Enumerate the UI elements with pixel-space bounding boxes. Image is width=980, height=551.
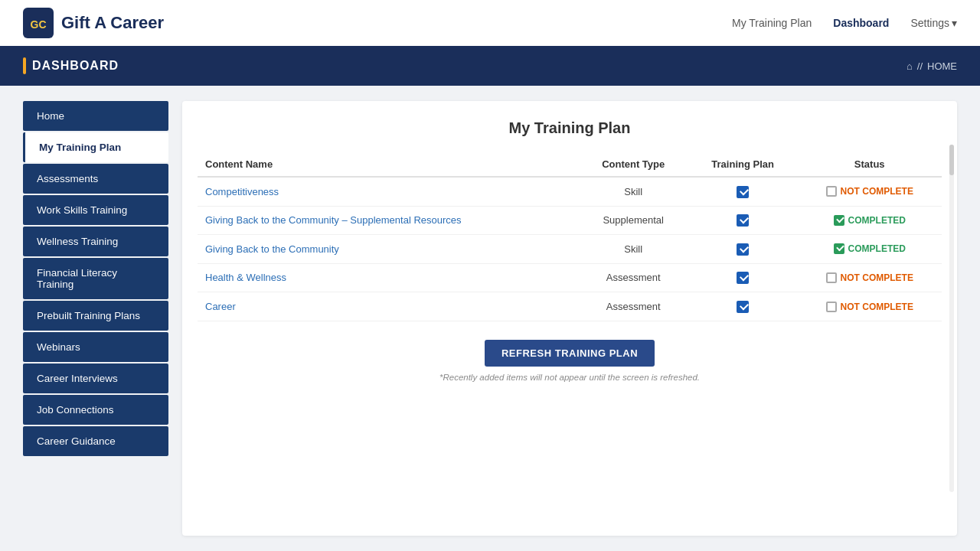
col-content-type: Content Type [579,152,688,177]
main-content: Home My Training Plan Assessments Work S… [0,86,980,551]
sidebar: Home My Training Plan Assessments Work S… [23,101,168,536]
sidebar-item-work-skills-training[interactable]: Work Skills Training [23,195,168,225]
cell-content-type: Skill [579,177,688,206]
col-status: Status [797,152,942,177]
status-label: COMPLETED [848,215,906,226]
breadcrumb-bar: DASHBOARD ⌂ // HOME [0,46,980,86]
cell-training-plan[interactable] [688,235,798,264]
content-name-link[interactable]: Giving Back to the Community [205,243,339,255]
sidebar-item-financial-literacy-training[interactable]: Financial Literacy Training [23,258,168,299]
table-row: Health & WellnessAssessmentNOT COMPLETE [198,263,942,292]
cell-content-type: Skill [579,235,688,264]
refresh-note: *Recently added items will not appear un… [198,373,942,382]
nav-settings[interactable]: Settings ▾ [910,17,957,29]
logo-icon: GC [23,8,54,38]
panel-title: My Training Plan [198,119,942,137]
cell-content-name: Competitiveness [198,177,579,206]
breadcrumb-title: DASHBOARD [23,57,119,74]
sidebar-item-webinars[interactable]: Webinars [23,332,168,362]
scroll-indicator[interactable] [949,145,954,492]
breadcrumb-accent-bar [23,57,26,74]
cell-training-plan[interactable] [688,263,798,292]
home-icon: ⌂ [906,60,913,72]
status-label: NOT COMPLETE [841,186,913,197]
cell-content-name: Health & Wellness [198,263,579,292]
sidebar-item-assessments[interactable]: Assessments [23,164,168,194]
content-name-link[interactable]: Giving Back to the Community – Supplemen… [205,214,462,226]
content-name-link[interactable]: Health & Wellness [205,272,286,283]
sidebar-item-career-interviews[interactable]: Career Interviews [23,364,168,393]
status-completed-icon [834,243,844,254]
sidebar-item-my-training-plan[interactable]: My Training Plan [23,132,168,162]
table-row: Giving Back to the CommunitySkillCOMPLET… [198,235,942,264]
status-not-complete: NOT COMPLETE [805,272,934,283]
status-label: NOT COMPLETE [841,272,913,283]
logo-text: Gift A Career [61,13,164,33]
checkbox-checked-icon[interactable] [737,214,749,227]
cell-content-type: Assessment [579,263,688,292]
status-not-complete: NOT COMPLETE [805,186,934,197]
status-completed: COMPLETED [805,243,934,254]
nav-dashboard[interactable]: Dashboard [833,17,889,29]
col-training-plan: Training Plan [688,152,798,177]
status-label: NOT COMPLETE [841,302,913,312]
nav-links: My Training Plan Dashboard Settings ▾ [732,17,957,29]
cell-content-name: Career [198,292,579,321]
table-row: CareerAssessmentNOT COMPLETE [198,292,942,321]
status-empty-icon [826,272,837,283]
cell-status: NOT COMPLETE [797,263,942,292]
checkbox-checked-icon[interactable] [737,301,749,313]
nav-my-training-plan[interactable]: My Training Plan [732,17,812,29]
content-name-link[interactable]: Career [205,301,236,312]
scroll-thumb [949,145,954,175]
cell-content-type: Assessment [579,292,688,321]
status-label: COMPLETED [848,243,906,254]
status-completed-icon [834,215,844,226]
checkbox-checked-icon[interactable] [737,243,749,256]
cell-status: COMPLETED [797,235,942,264]
breadcrumb-right: ⌂ // HOME [906,60,957,72]
sidebar-item-job-connections[interactable]: Job Connections [23,395,168,425]
sidebar-item-home[interactable]: Home [23,101,168,131]
cell-content-name: Giving Back to the Community [198,235,579,264]
training-table: Content Name Content Type Training Plan … [198,152,942,321]
checkbox-checked-icon[interactable] [737,272,749,284]
cell-content-type: Supplemental [579,206,688,235]
status-empty-icon [826,302,837,312]
refresh-training-plan-button[interactable]: REFRESH TRAINING PLAN [485,340,655,367]
sidebar-item-career-guidance[interactable]: Career Guidance [23,426,168,456]
cell-content-name: Giving Back to the Community – Supplemen… [198,206,579,235]
col-content-name: Content Name [198,152,579,177]
cell-status: COMPLETED [797,206,942,235]
content-panel: My Training Plan Content Name Content Ty… [182,101,957,536]
table-row: CompetitivenessSkillNOT COMPLETE [198,177,942,206]
cell-training-plan[interactable] [688,177,798,206]
chevron-down-icon: ▾ [952,17,957,29]
table-row: Giving Back to the Community – Supplemen… [198,206,942,235]
cell-status: NOT COMPLETE [797,177,942,206]
cell-status: NOT COMPLETE [797,292,942,321]
checkbox-checked-icon[interactable] [737,186,749,198]
svg-text:GC: GC [31,18,47,31]
cell-training-plan[interactable] [688,292,798,321]
status-empty-icon [826,186,837,197]
header: GC Gift A Career My Training Plan Dashbo… [0,0,980,46]
content-name-link[interactable]: Competitiveness [205,186,279,197]
sidebar-item-prebuilt-training-plans[interactable]: Prebuilt Training Plans [23,301,168,331]
refresh-area: REFRESH TRAINING PLAN *Recently added it… [198,340,942,382]
status-completed: COMPLETED [805,215,934,226]
table-header-row: Content Name Content Type Training Plan … [198,152,942,177]
cell-training-plan[interactable] [688,206,798,235]
status-not-complete: NOT COMPLETE [805,302,934,312]
sidebar-item-wellness-training[interactable]: Wellness Training [23,227,168,256]
logo-area: GC Gift A Career [23,8,164,38]
